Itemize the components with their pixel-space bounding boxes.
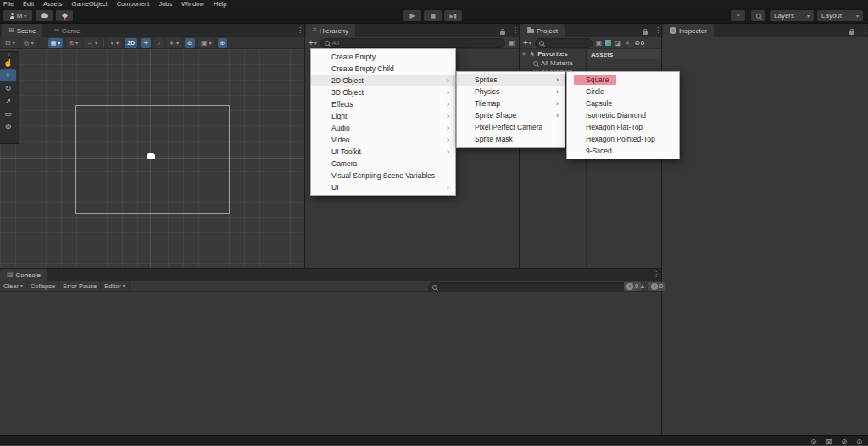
step-button[interactable]: ▶▮ xyxy=(444,10,462,21)
effects-toggle-button[interactable]: ∗▾ xyxy=(166,38,181,48)
scene-viewport[interactable]: ≡ ☝ + ↻ ↗ ▭ ⊚ xyxy=(0,49,304,268)
audio-toggle-button[interactable]: ♪ xyxy=(154,38,163,48)
lock-icon[interactable] xyxy=(849,31,854,35)
tool-hand-button[interactable]: ☝ xyxy=(0,56,16,69)
menu-item-ui[interactable]: UI› xyxy=(311,181,455,193)
scene-picker-icon[interactable]: ▣ xyxy=(509,40,515,47)
tool-scale-button[interactable]: ↗ xyxy=(0,94,16,107)
hierarchy-more-icon[interactable]: ⋮ xyxy=(512,27,519,34)
project-search-input[interactable] xyxy=(547,39,588,47)
menu-item-9-sliced[interactable]: 9-Sliced xyxy=(567,145,679,157)
console-more-icon[interactable]: ⋮ xyxy=(653,271,659,278)
tab-hierarchy[interactable]: ≡ Hierarchy xyxy=(306,24,355,37)
tab-game[interactable]: ∞ Game xyxy=(47,24,87,37)
menu-item-camera[interactable]: Camera xyxy=(311,158,455,170)
lock-icon[interactable] xyxy=(500,31,505,35)
tool-rect-button[interactable]: ▭ xyxy=(0,107,16,120)
tab-inspector[interactable]: i Inspector xyxy=(663,24,714,37)
hidden-objects-button[interactable]: ⊘ xyxy=(185,38,195,48)
draw-mode-button[interactable]: ◐▾ xyxy=(108,38,121,48)
clear-button[interactable]: Clear ▾ xyxy=(0,281,27,291)
hierarchy-create-button[interactable]: + ▾ xyxy=(309,38,317,47)
search-by-label-icon[interactable]: ◪ xyxy=(615,40,621,47)
menubar-item-help[interactable]: Help xyxy=(214,0,226,8)
menubar-item-jobs[interactable]: Jobs xyxy=(159,0,172,8)
menubar-item-edit[interactable]: Edit xyxy=(23,0,34,8)
tool-rotate-button[interactable]: ↻ xyxy=(0,81,16,94)
account-button[interactable]: M ▾ xyxy=(3,10,32,21)
picker-icon[interactable]: ▣ xyxy=(596,40,603,47)
global-search-button[interactable] xyxy=(751,10,765,21)
menu-item-audio[interactable]: Audio› xyxy=(311,122,455,134)
menu-item-sprites[interactable]: Sprites› xyxy=(457,74,565,86)
project-create-button[interactable]: + ▾ xyxy=(523,38,531,47)
constrain-proportions-button[interactable]: ↔▾ xyxy=(84,38,100,48)
error-count-toggle[interactable]: ! 0 xyxy=(648,282,665,291)
menu-item-visual-scripting-scene-variables[interactable]: Visual Scripting Scene Variables xyxy=(311,170,455,181)
tab-project[interactable]: Project xyxy=(520,24,565,37)
menu-item-isometric-diamond[interactable]: Isometric Diamond xyxy=(567,109,679,121)
assets-header[interactable]: Assets xyxy=(587,49,662,59)
menu-item-create-empty-child[interactable]: Create Empty Child xyxy=(311,63,455,75)
play-button[interactable]: ▶ xyxy=(403,10,421,21)
camera-preview-button[interactable]: ▣▾ xyxy=(198,38,214,48)
menubar-item-window[interactable]: Window xyxy=(181,0,204,8)
tab-scene[interactable]: ⊞ Scene xyxy=(2,24,42,37)
menu-item-hexagon-pointed-top[interactable]: Hexagon Pointed-Top xyxy=(567,133,679,145)
lock-icon[interactable] xyxy=(643,31,648,35)
lighting-toggle-button[interactable]: ☀ xyxy=(141,38,151,48)
menu-item-sprite-shape[interactable]: Sprite Shape› xyxy=(457,109,565,121)
tool-transform-button[interactable]: ⊚ xyxy=(0,120,16,132)
menu-item-circle[interactable]: Circle xyxy=(567,86,679,98)
ai-assistant-button[interactable] xyxy=(56,10,73,21)
inspector-more-icon[interactable]: ⋮ xyxy=(861,27,868,34)
layers-dropdown[interactable]: Layers ▾ xyxy=(770,10,814,21)
scene-object-sprite[interactable] xyxy=(147,153,155,159)
menubar-item-component[interactable]: Component xyxy=(117,0,150,8)
hierarchy-search-input[interactable] xyxy=(332,39,501,47)
menu-item-tilemap[interactable]: Tilemap› xyxy=(457,98,565,109)
menu-item-square[interactable]: Square xyxy=(567,74,679,86)
menu-item-2d-object[interactable]: 2D Object› xyxy=(311,75,455,86)
handle-rotation-button[interactable]: ◎▾ xyxy=(21,38,36,48)
pause-button[interactable]: ▮▮ xyxy=(424,10,442,21)
snap-settings-button[interactable]: ⊞▾ xyxy=(66,38,81,48)
project-search-field[interactable] xyxy=(535,38,593,48)
error-pause-button[interactable]: Error Pause xyxy=(59,281,101,291)
scene-panel-more-icon[interactable]: ⋮ xyxy=(297,27,303,34)
menubar-item-file[interactable]: File xyxy=(3,0,14,8)
menu-item-create-empty[interactable]: Create Empty xyxy=(311,51,455,63)
console-log-area[interactable] xyxy=(0,292,661,436)
tool-settings-button[interactable]: ⊡▾ xyxy=(3,38,18,48)
collapse-button[interactable]: Collapse xyxy=(27,281,59,291)
menu-item-video[interactable]: Video› xyxy=(311,134,455,146)
menu-item-capsule[interactable]: Capsule xyxy=(567,98,679,109)
menu-item-pixel-perfect-camera[interactable]: Pixel Perfect Camera xyxy=(457,121,565,133)
hierarchy-search-field[interactable] xyxy=(320,38,505,48)
tree-item-all-materials[interactable]: All Materia xyxy=(533,59,573,67)
menubar-item-gameobject[interactable]: GameObject xyxy=(72,0,108,8)
tree-expand-icon[interactable]: ▼ xyxy=(521,52,526,57)
menubar-item-assets[interactable]: Assets xyxy=(43,0,63,8)
grid-visibility-button[interactable]: ▦▾ xyxy=(48,38,64,48)
editor-dropdown[interactable]: Editor ▾ xyxy=(101,281,130,291)
project-more-icon[interactable]: ⋮ xyxy=(654,27,661,34)
undo-history-button[interactable]: ◔ xyxy=(731,10,745,21)
hierarchy-item-more-icon[interactable]: ⋮ xyxy=(511,50,518,57)
2d-toggle-button[interactable]: 2D xyxy=(125,38,137,48)
console-search-input[interactable] xyxy=(440,284,624,292)
cloud-services-button[interactable] xyxy=(36,10,53,21)
gizmos-button[interactable]: ⊕ xyxy=(218,38,228,48)
tool-move-button[interactable]: + xyxy=(0,69,16,81)
favorite-star-icon[interactable]: ★ xyxy=(625,40,631,47)
hidden-count-toggle[interactable]: ⊘ 6 xyxy=(634,39,644,47)
layout-dropdown[interactable]: Layout ▾ xyxy=(817,10,863,21)
search-by-type-icon[interactable] xyxy=(605,40,611,46)
menu-item-ui-toolkit[interactable]: UI Toolkit› xyxy=(311,146,455,158)
menu-item-3d-object[interactable]: 3D Object› xyxy=(311,86,455,98)
menu-item-hexagon-flat-top[interactable]: Hexagon Flat-Top xyxy=(567,121,679,133)
menu-item-physics[interactable]: Physics› xyxy=(457,86,565,98)
menu-item-effects[interactable]: Effects› xyxy=(311,98,455,110)
menu-item-light[interactable]: Light› xyxy=(311,110,455,122)
tab-console[interactable]: ▤ Console xyxy=(0,269,47,281)
